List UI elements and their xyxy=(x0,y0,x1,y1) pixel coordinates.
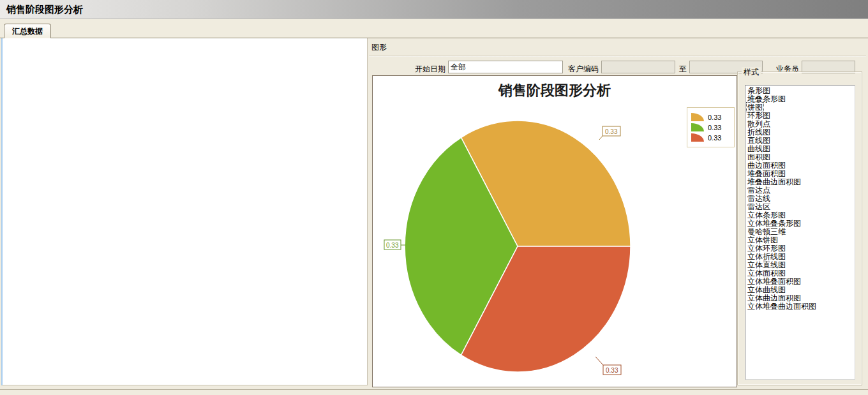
section-divider xyxy=(369,56,866,57)
start-date-label: 开始日期 xyxy=(406,63,445,75)
slice-label: 0.33 xyxy=(606,367,618,374)
customer-code-input[interactable] xyxy=(601,61,675,73)
tab-summary-data[interactable]: 汇总数据 xyxy=(4,24,51,38)
chart-legend: 0.33 0.33 0.33 xyxy=(687,107,735,147)
graph-section-title: 图形 xyxy=(371,42,387,53)
legend-entry: 0.33 xyxy=(691,133,730,142)
style-groupbox-title: 样式 xyxy=(742,67,761,78)
pie-chart: 0.33 0.33 0.33 xyxy=(373,76,738,388)
legend-entry: 0.33 xyxy=(691,113,730,121)
start-date-input[interactable] xyxy=(448,61,563,73)
slice-label: 0.33 xyxy=(605,128,618,135)
window-title: 销售阶段图形分析 xyxy=(6,4,83,16)
window-titlebar: 销售阶段图形分析 xyxy=(0,0,868,19)
customer-code-label: 客户编码 xyxy=(564,63,599,75)
legend-swatch-icon xyxy=(691,123,704,131)
pie-chart-area: 0.33 0.33 0.33 销售阶段图形分析 0.33 0.33 0.33 xyxy=(372,75,737,387)
legend-value: 0.33 xyxy=(708,134,721,142)
style-list-item[interactable]: 立体堆叠曲边面积图 xyxy=(747,302,855,311)
legend-swatch-icon xyxy=(691,113,704,121)
legend-value: 0.33 xyxy=(708,114,721,121)
slice-label: 0.33 xyxy=(386,242,399,249)
slice-label-leader xyxy=(595,357,603,365)
summary-data-panel xyxy=(1,38,368,385)
legend-swatch-icon xyxy=(691,133,704,142)
style-list: 条形图 堆叠条形图 饼图 环形图 散列点 折线图 直线图 曲线图 面积图 曲边面… xyxy=(745,85,855,380)
to-label: 至 xyxy=(677,63,687,75)
legend-entry: 0.33 xyxy=(691,123,730,131)
legend-value: 0.33 xyxy=(708,124,721,131)
slice-label-leader xyxy=(599,136,602,140)
style-groupbox: 样式 条形图 堆叠条形图 饼图 环形图 散列点 折线图 直线图 曲线图 面积图 … xyxy=(737,71,862,385)
chart-title: 销售阶段图形分析 xyxy=(373,81,737,100)
